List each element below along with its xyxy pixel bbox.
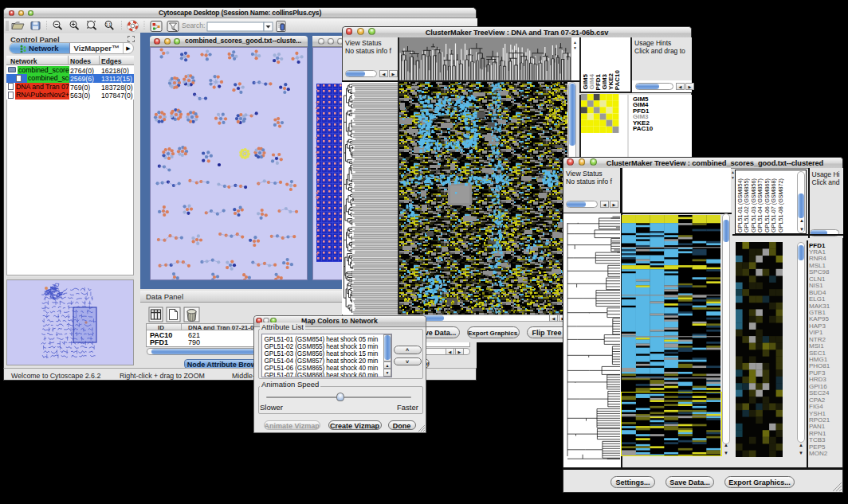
svg-text:1:1: 1:1 [106, 23, 112, 27]
svg-text:Search:: Search: [182, 21, 205, 29]
